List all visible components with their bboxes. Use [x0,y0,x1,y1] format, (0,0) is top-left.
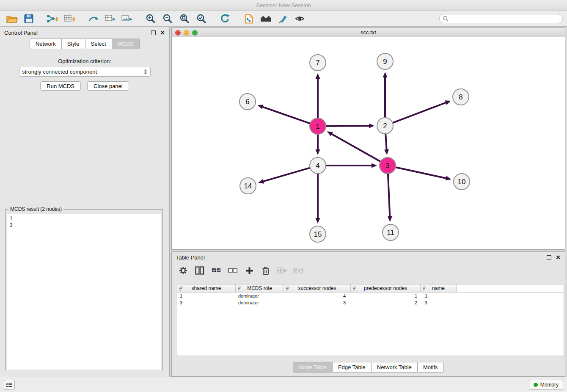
mcds-result-title: MCDS result (2 nodes) [8,206,63,212]
network-from-table-button[interactable] [102,12,118,25]
tab-mcds[interactable]: MCDS [112,39,140,49]
open-session-button[interactable] [4,12,19,25]
tab-network-table[interactable]: Network Table [371,362,418,373]
table-row[interactable]: 3dominator323 [177,299,564,306]
first-neighbors-button[interactable] [258,12,273,25]
table-cell: dominator [236,293,284,299]
node-3[interactable]: 3 [380,157,396,174]
close-table-panel-icon[interactable]: ✕ [556,254,561,260]
edge-1-6[interactable] [263,107,310,124]
node-11[interactable]: 11 [383,224,399,240]
network-view-window: ✕ – + scc.txt 7968124314101511 [171,28,565,250]
edge-arrowhead [316,218,320,224]
delete-column-button[interactable] [277,265,288,276]
annotations-button[interactable] [275,12,290,25]
copy-network-button[interactable] [241,12,256,25]
node-1[interactable]: 1 [310,118,326,134]
function-builder-button[interactable]: f(x) [293,265,303,276]
node-label: 6 [245,98,249,106]
edge-3-11[interactable] [388,174,390,216]
clone-network-button[interactable] [85,12,101,25]
tab-edge-table[interactable]: Edge Table [332,362,372,373]
tab-network[interactable]: Network [30,39,62,49]
deselect-all-button[interactable] [227,265,238,276]
zoom-fit-button[interactable] [177,12,192,25]
column-edit-icon [179,286,183,290]
export-image-button[interactable] [119,12,135,25]
memory-button[interactable]: Memory [529,380,563,390]
zoom-selected-icon [196,14,206,24]
delete-row-button[interactable] [260,265,271,276]
eye-icon [295,14,305,23]
column-header-predecessor-nodes[interactable]: predecessor nodes [351,284,421,292]
float-panel-icon[interactable] [151,30,156,35]
zoom-out-button[interactable] [160,12,175,25]
network-minimize-button[interactable]: – [184,30,189,36]
edge-2-8[interactable] [393,102,446,122]
optimization-select[interactable]: strongly connected component [19,67,151,77]
tab-select[interactable]: Select [85,39,112,49]
edge-1-2[interactable] [326,126,369,126]
refresh-icon [220,14,230,24]
column-header-name[interactable]: name [421,284,457,292]
network-canvas[interactable]: 7968124314101511 [172,37,565,249]
show-hide-button[interactable] [292,12,307,25]
search-field[interactable] [439,14,563,23]
node-6[interactable]: 6 [239,94,256,110]
status-bar: Memory [0,377,567,392]
import-network-icon [47,14,58,23]
node-table[interactable]: shared nameMCDS rolesuccessor nodesprede… [177,284,564,356]
tab-style[interactable]: Style [61,39,85,49]
tab-node-table[interactable]: Node Table [293,362,333,373]
select-all-button[interactable] [211,265,222,276]
network-maximize-button[interactable]: + [192,30,198,36]
tab-motifs[interactable]: Motifs [417,362,444,373]
node-7[interactable]: 7 [310,55,326,71]
node-8[interactable]: 8 [453,89,469,105]
open-folder-icon [6,14,18,23]
table-settings-button[interactable] [178,265,189,276]
node-4[interactable]: 4 [310,157,326,174]
memory-status-dot [534,383,538,387]
table-cell: 1 [351,293,421,299]
toggle-column-button[interactable] [194,265,205,276]
table-cell: 1 [421,293,457,299]
close-panel-icon[interactable]: ✕ [160,30,165,36]
table-panel: Table Panel ✕ [171,251,565,377]
zoom-selected-button[interactable] [194,12,209,25]
column-header-MCDS-role[interactable]: MCDS role [236,284,284,292]
edge-arrowhead [388,216,392,222]
zoom-in-button[interactable] [143,12,158,25]
network-close-button[interactable]: ✕ [175,30,181,36]
refresh-button[interactable] [217,12,233,25]
edge-4-14[interactable] [263,168,309,182]
network-window-title: scc.txt [361,29,376,36]
import-network-button[interactable] [45,12,60,25]
run-mcds-button[interactable]: Run MCDS [40,81,81,91]
column-header-successor-nodes[interactable]: successor nodes [284,284,351,292]
node-14[interactable]: 14 [240,178,256,194]
control-panel-tabs: NetworkStyleSelectMCDS [0,39,169,49]
add-row-button[interactable] [244,265,255,276]
columns-icon [195,266,204,275]
mcds-result-list[interactable]: 13 [7,214,161,370]
node-15[interactable]: 15 [310,226,326,242]
close-panel-button[interactable]: Close panel [87,81,129,91]
import-table-icon [63,14,75,23]
edge-3-1[interactable] [332,134,380,162]
node-9[interactable]: 9 [377,53,393,69]
import-table-button[interactable] [62,12,77,25]
edge-arrowhead [369,124,374,128]
node-label: 4 [316,162,319,170]
panels-menu-button[interactable] [4,380,15,390]
edge-2-3[interactable] [385,134,386,149]
float-table-panel-icon[interactable] [547,255,551,260]
node-10[interactable]: 10 [454,174,470,190]
search-input[interactable] [450,16,559,22]
node-2[interactable]: 2 [377,118,393,134]
network-window-titlebar[interactable]: ✕ – + scc.txt [172,28,565,37]
table-row[interactable]: 1dominator411 [177,293,564,299]
save-session-button[interactable] [21,12,36,25]
edge-3-10[interactable] [396,167,446,178]
column-header-shared-name[interactable]: shared name [177,284,236,292]
